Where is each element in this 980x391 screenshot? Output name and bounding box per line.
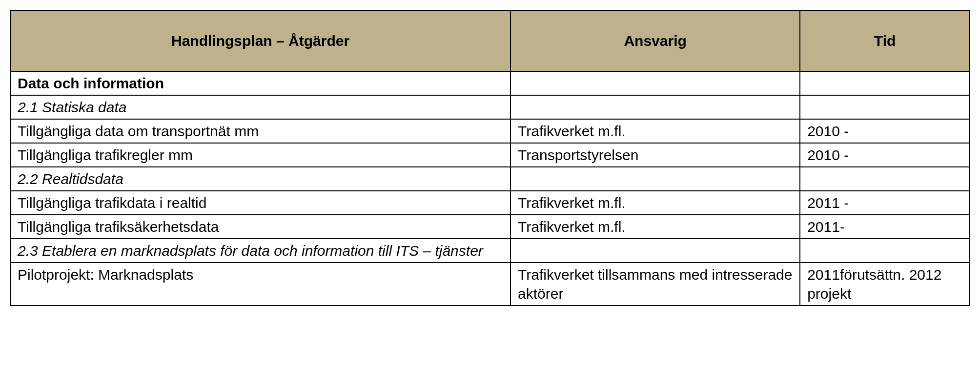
cell-action: Tillgängliga trafiksäkerhetsdata — [10, 215, 510, 239]
cell-time: 2010 - — [800, 143, 970, 167]
table-row: Tillgängliga trafikregler mm Transportst… — [10, 143, 970, 167]
table-row: 2.3 Etablera en marknadsplats för data o… — [10, 239, 970, 263]
cell-responsible: Trafikverket m.fl. — [510, 119, 800, 143]
cell-time: 2011 - — [800, 191, 970, 215]
cell-time: 2010 - — [800, 119, 970, 143]
table-row: Data och information — [10, 71, 970, 95]
cell-action: Tillgängliga trafikregler mm — [10, 143, 510, 167]
cell-time — [800, 167, 970, 191]
cell-time — [800, 71, 970, 95]
header-action: Handlingsplan – Åtgärder — [10, 10, 510, 71]
cell-action: 2.2 Realtidsdata — [10, 167, 510, 191]
cell-responsible: Transportstyrelsen — [510, 143, 800, 167]
cell-time: 2011förutsättn. 2012 projekt — [800, 263, 970, 306]
cell-responsible — [510, 71, 800, 95]
cell-responsible: Trafikverket tillsammans med intresserad… — [510, 263, 800, 306]
cell-action: Data och information — [10, 71, 510, 95]
cell-time — [800, 239, 970, 263]
table-row: 2.2 Realtidsdata — [10, 167, 970, 191]
cell-action: 2.3 Etablera en marknadsplats för data o… — [10, 239, 510, 263]
cell-responsible — [510, 167, 800, 191]
cell-time — [800, 95, 970, 119]
cell-action: 2.1 Statiska data — [10, 95, 510, 119]
table-row: Tillgängliga data om transportnät mm Tra… — [10, 119, 970, 143]
header-responsible: Ansvarig — [510, 10, 800, 71]
header-time: Tid — [800, 10, 970, 71]
table-row: Pilotprojekt: Marknadsplats Trafikverket… — [10, 263, 970, 306]
cell-action: Tillgängliga trafikdata i realtid — [10, 191, 510, 215]
table-row: 2.1 Statiska data — [10, 95, 970, 119]
table-row: Tillgängliga trafikdata i realtid Trafik… — [10, 191, 970, 215]
cell-time: 2011- — [800, 215, 970, 239]
cell-responsible — [510, 95, 800, 119]
cell-action: Tillgängliga data om transportnät mm — [10, 119, 510, 143]
cell-responsible: Trafikverket m.fl. — [510, 191, 800, 215]
cell-responsible: Trafikverket m.fl. — [510, 215, 800, 239]
table-header-row: Handlingsplan – Åtgärder Ansvarig Tid — [10, 10, 970, 71]
action-plan-table: Handlingsplan – Åtgärder Ansvarig Tid Da… — [10, 10, 970, 306]
table-row: Tillgängliga trafiksäkerhetsdata Trafikv… — [10, 215, 970, 239]
cell-responsible — [510, 239, 800, 263]
cell-action: Pilotprojekt: Marknadsplats — [10, 263, 510, 306]
table-body: Data och information 2.1 Statiska data T… — [10, 71, 970, 306]
